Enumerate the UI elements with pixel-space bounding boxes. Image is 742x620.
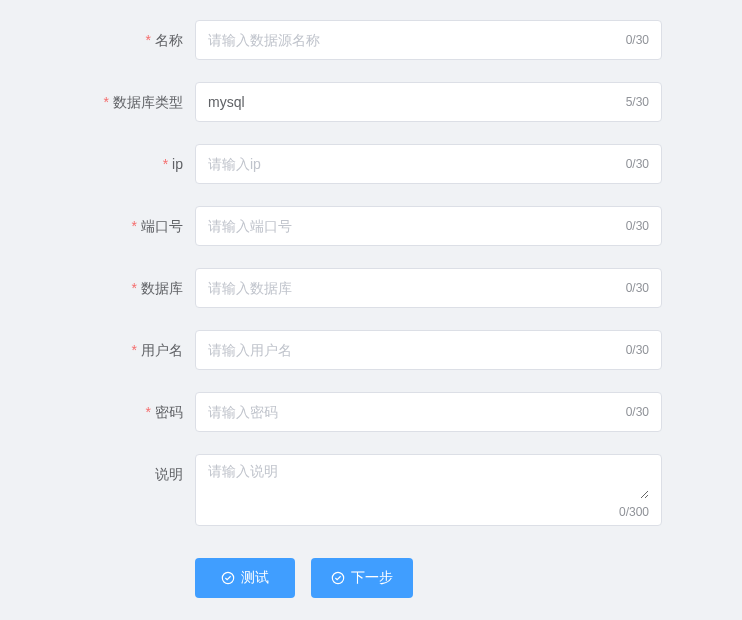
form-control: 0/300 <box>195 454 662 526</box>
textarea-wrapper: 0/300 <box>195 454 662 526</box>
database-label: *数据库 <box>0 268 195 308</box>
form-row-username: *用户名 0/30 <box>0 330 662 370</box>
form-row-database: *数据库 0/30 <box>0 268 662 308</box>
username-input[interactable] <box>208 331 618 369</box>
label-text: 端口号 <box>141 218 183 234</box>
form-control: 0/30 <box>195 206 662 246</box>
name-input[interactable] <box>208 21 618 59</box>
form-control: 5/30 <box>195 82 662 122</box>
form-control: 0/30 <box>195 392 662 432</box>
svg-point-1 <box>332 572 343 583</box>
port-input[interactable] <box>208 207 618 245</box>
port-label: *端口号 <box>0 206 195 246</box>
char-count: 0/300 <box>619 505 649 519</box>
next-button[interactable]: 下一步 <box>311 558 413 598</box>
char-count: 0/30 <box>618 281 649 295</box>
button-row: 测试 下一步 <box>0 548 662 598</box>
char-count: 0/30 <box>618 157 649 171</box>
required-mark: * <box>163 156 168 172</box>
svg-point-0 <box>222 572 233 583</box>
input-wrapper: 5/30 <box>195 82 662 122</box>
input-wrapper: 0/30 <box>195 144 662 184</box>
label-text: 说明 <box>155 466 183 482</box>
username-label: *用户名 <box>0 330 195 370</box>
label-text: 用户名 <box>141 342 183 358</box>
required-mark: * <box>104 94 109 110</box>
check-circle-icon <box>221 571 235 585</box>
password-label: *密码 <box>0 392 195 432</box>
form-control: 0/30 <box>195 330 662 370</box>
form-row-ip: *ip 0/30 <box>0 144 662 184</box>
char-count: 0/30 <box>618 219 649 233</box>
input-wrapper: 0/30 <box>195 268 662 308</box>
char-count: 0/30 <box>618 33 649 47</box>
input-wrapper: 0/30 <box>195 20 662 60</box>
required-mark: * <box>146 32 151 48</box>
required-mark: * <box>146 404 151 420</box>
ip-label: *ip <box>0 144 195 184</box>
check-circle-icon <box>331 571 345 585</box>
form-row-name: *名称 0/30 <box>0 20 662 60</box>
label-text: 数据库 <box>141 280 183 296</box>
required-mark: * <box>132 342 137 358</box>
char-count: 0/30 <box>618 405 649 419</box>
dbtype-label: *数据库类型 <box>0 82 195 122</box>
form-control: 0/30 <box>195 20 662 60</box>
password-input[interactable] <box>208 393 618 431</box>
input-wrapper: 0/30 <box>195 330 662 370</box>
char-count: 0/30 <box>618 343 649 357</box>
button-label: 测试 <box>241 569 269 587</box>
input-wrapper: 0/30 <box>195 392 662 432</box>
dbtype-input[interactable] <box>208 83 618 121</box>
label-text: 密码 <box>155 404 183 420</box>
form-row-dbtype: *数据库类型 5/30 <box>0 82 662 122</box>
description-textarea[interactable] <box>208 463 649 499</box>
datasource-form: *名称 0/30 *数据库类型 5/30 *ip 0/30 <box>0 0 742 620</box>
name-label: *名称 <box>0 20 195 60</box>
label-text: 名称 <box>155 32 183 48</box>
form-row-password: *密码 0/30 <box>0 392 662 432</box>
label-text: ip <box>172 156 183 172</box>
button-label: 下一步 <box>351 569 393 587</box>
input-wrapper: 0/30 <box>195 206 662 246</box>
database-input[interactable] <box>208 269 618 307</box>
ip-input[interactable] <box>208 145 618 183</box>
form-control: 0/30 <box>195 268 662 308</box>
required-mark: * <box>132 218 137 234</box>
char-count: 5/30 <box>618 95 649 109</box>
description-label: 说明 <box>0 454 195 494</box>
test-button[interactable]: 测试 <box>195 558 295 598</box>
label-text: 数据库类型 <box>113 94 183 110</box>
required-mark: * <box>132 280 137 296</box>
form-row-port: *端口号 0/30 <box>0 206 662 246</box>
form-control: 0/30 <box>195 144 662 184</box>
form-row-description: 说明 0/300 <box>0 454 662 526</box>
